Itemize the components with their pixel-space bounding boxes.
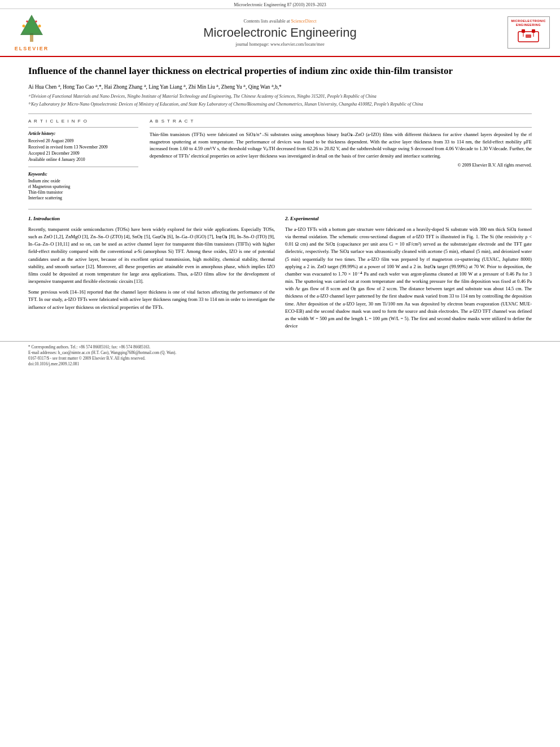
copyright-line: 0167-9317/$ - see front matter © 2009 El… (28, 356, 532, 361)
email-note: E-mail addresses: h_cao@nimte.ac.cn (H.T… (28, 351, 532, 355)
svg-point-6 (35, 20, 37, 23)
journal-header: ELSEVIER Contents lists available at Sci… (0, 9, 560, 57)
intro-para-2: Some previous work [14–16] reported that… (28, 289, 275, 311)
header-center: Contents lists available at ScienceDirec… (60, 19, 500, 47)
article-info-abstract-row: A R T I C L E I N F O Article history: R… (28, 119, 532, 201)
keywords-label: Keywords: (28, 172, 138, 177)
divider-keywords (28, 167, 138, 167)
keyword-2: rf Magnetron sputtering (28, 184, 138, 189)
svg-point-4 (38, 25, 41, 28)
body-two-col: 1. Introduction Recently, transparent ox… (28, 214, 532, 333)
intro-title: 1. Introduction (28, 215, 275, 223)
abstract-col: A B S T R A C T Thin-film transistors (T… (150, 119, 532, 201)
elsevier-wordmark: ELSEVIER (15, 46, 49, 51)
received-revised-row: Received in revised form 13 November 200… (28, 145, 138, 150)
article-info-heading: A R T I C L E I N F O (28, 119, 138, 124)
intro-col: 1. Introduction Recently, transparent ox… (28, 214, 275, 333)
journal-logo-icon (511, 27, 546, 46)
elsevier-tree-icon (15, 14, 49, 45)
page-footer: * Corresponding authors. Tel.: +86 574 8… (0, 341, 560, 371)
article-info-col: A R T I C L E I N F O Article history: R… (28, 119, 138, 201)
article-title: Influence of the channel layer thickness… (28, 65, 532, 78)
sciencedirect-link[interactable]: ScienceDirect (291, 19, 317, 24)
history-label: Article history: (28, 131, 138, 136)
svg-marker-2 (23, 18, 41, 33)
accepted-row: Accepted 21 December 2009 (28, 151, 138, 156)
affiliations: ᵃ Division of Functional Materials and N… (28, 93, 532, 108)
main-content: Influence of the channel layer thickness… (0, 57, 560, 341)
homepage-line: journal homepage: www.elsevier.com/locat… (60, 42, 500, 47)
affiliation-b: ᵇ Key Laboratory for Micro-Nano Optoelec… (28, 101, 532, 108)
elsevier-logo: ELSEVIER (9, 14, 54, 51)
abstract-heading: A B S T R A C T (150, 119, 532, 124)
journal-logo-box: MICROELECTRONICENGINEERING (508, 16, 550, 49)
abstract-copyright: © 2009 Elsevier B.V. All rights reserved… (150, 163, 532, 168)
experimental-para-1: The a-IZO TFTs with a bottom gate struct… (285, 226, 532, 330)
keywords-section: Keywords: Indium zinc oxide rf Magnetron… (28, 172, 138, 200)
affiliation-a: ᵃ Division of Functional Materials and N… (28, 93, 532, 100)
contents-line: Contents lists available at ScienceDirec… (60, 19, 500, 24)
experimental-title: 2. Experimental (285, 215, 532, 223)
citation-bar: Microelectronic Engineering 87 (2010) 20… (0, 0, 560, 9)
corresponding-note: * Corresponding authors. Tel.: +86 574 8… (28, 345, 532, 350)
svg-rect-12 (526, 34, 531, 38)
available-row: Available online 4 January 2010 (28, 157, 138, 162)
citation-text: Microelectronic Engineering 87 (2010) 20… (234, 2, 326, 7)
keyword-4: Interface scattering (28, 195, 138, 200)
keyword-1: Indium zinc oxide (28, 178, 138, 184)
svg-point-3 (23, 25, 25, 28)
journal-title: Microelectronic Engineering (60, 25, 500, 40)
abstract-text: Thin-film transistors (TFTs) were fabric… (150, 131, 532, 160)
received-row: Received 20 August 2009 (28, 138, 138, 143)
svg-rect-8 (522, 29, 525, 33)
journal-logo-right: MICROELECTRONICENGINEERING (506, 16, 551, 49)
authors-line: Ai Hua Chen ᵃ, Hong Tao Cao ᵃ,*, Hai Zho… (28, 84, 532, 90)
svg-rect-9 (532, 29, 535, 33)
divider-1 (28, 113, 532, 114)
keyword-3: Thin-film transistor (28, 190, 138, 195)
intro-para-1: Recently, transparent oxide semiconducto… (28, 226, 275, 285)
divider-abstract (150, 127, 532, 128)
doi-line: doi:10.1016/j.mee.2009.12.081 (28, 362, 532, 366)
svg-point-5 (26, 20, 28, 23)
divider-info (28, 127, 138, 128)
authors-text: Ai Hua Chen ᵃ, Hong Tao Cao ᵃ,*, Hai Zho… (28, 84, 282, 90)
experimental-col: 2. Experimental The a-IZO TFTs with a bo… (285, 214, 532, 333)
logo-top-text: MICROELECTRONICENGINEERING (511, 19, 546, 27)
divider-body (28, 209, 532, 209)
